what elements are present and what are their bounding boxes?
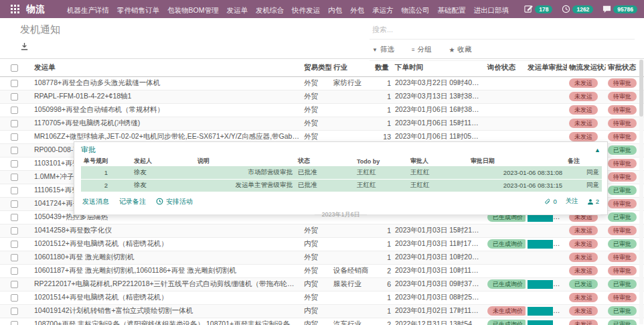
search-box bbox=[370, 18, 635, 40]
status-badge: 已审批 bbox=[608, 306, 637, 316]
row-checkbox[interactable] bbox=[11, 133, 18, 141]
quantity: 1 bbox=[373, 224, 393, 237]
table-row[interactable]: 1170705+再登电脑绣花机(冲绣缝)外贸12023年01月06日 15时11… bbox=[0, 117, 644, 130]
filters-button[interactable]: ▼筛选 bbox=[372, 45, 394, 54]
nav-menu-item[interactable]: 发机综合 bbox=[252, 6, 288, 14]
row-checkbox[interactable] bbox=[11, 294, 18, 302]
row-checkbox[interactable] bbox=[11, 187, 18, 194]
table-row[interactable]: 108778+再登全自动多头激光裁缝一体机外贸家纺行业12023年03月22日 … bbox=[0, 76, 644, 90]
nav-menu-item[interactable]: 包装物BOM管理 bbox=[163, 6, 222, 14]
col-quote-status[interactable]: 询价状态 bbox=[485, 59, 526, 76]
status-badge: 已生成询价 bbox=[487, 320, 526, 325]
send-message-button[interactable]: 发送消息 bbox=[82, 197, 109, 206]
nav-menu-item[interactable]: 快件发运 bbox=[288, 6, 324, 14]
col-approval-progress[interactable]: 发运单审批进度 bbox=[526, 59, 567, 76]
scrollbar-thumb[interactable] bbox=[639, 60, 643, 117]
select-all-cell bbox=[0, 59, 32, 76]
table-row[interactable]: 10201514+再登电脑绣花机（精密绣花机）外贸12023年01月03日 08… bbox=[0, 291, 644, 304]
nav-menu-item[interactable]: 外包 bbox=[346, 6, 368, 14]
quote-status bbox=[485, 291, 526, 304]
industry bbox=[331, 224, 373, 237]
group-by-button[interactable]: ≡分组 bbox=[412, 45, 432, 54]
apps-grid-icon[interactable] bbox=[11, 5, 19, 13]
collapse-caret-icon[interactable]: ▲ bbox=[594, 147, 600, 153]
table-row[interactable]: 1050998+再登全自动铺布机（常规材料）外贸12023年01月06日 16时… bbox=[0, 103, 644, 117]
search-input[interactable] bbox=[372, 25, 632, 34]
row-checkbox[interactable] bbox=[11, 321, 18, 325]
row-checkbox[interactable] bbox=[11, 147, 18, 154]
approval-status: 待审批 bbox=[606, 130, 644, 143]
filter-bar: ▼筛选 ≡分组 ★收藏 bbox=[370, 40, 635, 61]
col-order-time[interactable]: 下单时间 bbox=[393, 59, 485, 76]
schedule-activity-button[interactable]: 安排活动 bbox=[156, 197, 193, 206]
progress-bar bbox=[528, 240, 553, 249]
approval-progress bbox=[526, 224, 567, 237]
ship-status: 未发运 bbox=[567, 224, 606, 237]
row-checkbox[interactable] bbox=[11, 120, 18, 127]
col-ship-status[interactable]: 物流发运状态 bbox=[567, 59, 606, 76]
nav-menu-item[interactable]: 机器生产详情 bbox=[63, 6, 113, 14]
messages-counter[interactable]: 95786 bbox=[602, 5, 637, 13]
app-brand[interactable]: 物流 bbox=[26, 3, 46, 15]
approval-progress: 100% bbox=[526, 318, 567, 325]
ship-status: 未发运 bbox=[567, 76, 606, 90]
table-row[interactable]: 10601180+再登 激光雕刻切割机外贸12023年01月03日 10时20分… bbox=[0, 251, 644, 264]
nav-menu-item[interactable]: 承运方 bbox=[368, 6, 398, 14]
row-checkbox[interactable] bbox=[11, 200, 18, 208]
status-badge: 待审批 bbox=[608, 159, 637, 168]
col-quantity[interactable]: 数量 bbox=[373, 59, 393, 76]
table-row[interactable]: 10201512+再登电脑绣花机（精密绣花机）内贸12023年01月03日 11… bbox=[0, 237, 644, 251]
attachments-button[interactable]: 0 bbox=[544, 198, 556, 205]
nav-menu-item[interactable]: 内包 bbox=[324, 6, 346, 14]
col-shipment[interactable]: 发运单 bbox=[32, 59, 302, 76]
ship-status: 未发运 bbox=[567, 291, 606, 304]
row-checkbox[interactable] bbox=[11, 93, 18, 101]
table-row[interactable]: 10601187+再登 激光雕刻切割机,10601186+再登 激光雕刻切割机外… bbox=[0, 264, 644, 277]
ship-status: 未发运 bbox=[567, 90, 606, 103]
col-industry[interactable]: 行业 bbox=[331, 59, 373, 76]
col-approval-status[interactable]: 审批状态 bbox=[606, 59, 644, 76]
table-row[interactable]: 10414258+再登数字化仪外贸12023年01月03日 15时21分43..… bbox=[0, 224, 644, 237]
notes-counter[interactable]: 178 bbox=[524, 5, 552, 13]
row-checkbox[interactable] bbox=[11, 254, 18, 261]
follow-button[interactable]: 关注 bbox=[566, 197, 578, 206]
table-row[interactable]: RP2212017+电脑花样机,RP2212018+三针五线平台式自动剪线绷缝机… bbox=[0, 277, 644, 291]
ship-status: 已发运 bbox=[567, 277, 606, 291]
nav-menu-item[interactable]: 进出口部填 bbox=[469, 6, 513, 14]
export-button[interactable] bbox=[20, 42, 29, 51]
nav-menu-item[interactable]: 物流公司 bbox=[397, 6, 433, 14]
row-checkbox[interactable] bbox=[11, 160, 18, 168]
select-all-checkbox[interactable] bbox=[11, 64, 18, 72]
table-row[interactable]: 104019142计划机转销售+富怡立式喷绘切割一体机内贸12023年01月02… bbox=[0, 304, 644, 318]
row-checkbox[interactable] bbox=[11, 267, 18, 275]
industry bbox=[331, 117, 373, 130]
favorites-button[interactable]: ★收藏 bbox=[449, 45, 472, 54]
vertical-scrollbar[interactable] bbox=[639, 60, 643, 324]
row-checkbox[interactable] bbox=[11, 80, 18, 87]
approval-approver: 王红红 bbox=[408, 166, 468, 179]
followers-button[interactable]: 2 bbox=[587, 198, 599, 205]
col-trade-type[interactable]: 贸易类型 bbox=[302, 59, 331, 76]
row-checkbox[interactable] bbox=[11, 107, 18, 114]
table-row[interactable]: 108700+再登 非标定制设备（遮阳帘线体组装类设备）,108701+再登非标… bbox=[0, 318, 644, 325]
quantity: 1 bbox=[373, 76, 393, 90]
approval-status: 待审批 bbox=[606, 197, 644, 210]
row-checkbox[interactable] bbox=[11, 214, 18, 221]
checkbox-cell bbox=[0, 224, 32, 237]
table-row[interactable]: RPAPL-FFM-01B-4-22+¢18轴1外贸12023年03月13日 1… bbox=[0, 90, 644, 103]
row-checkbox[interactable] bbox=[11, 174, 18, 181]
row-checkbox[interactable] bbox=[11, 281, 18, 288]
nav-menu-item[interactable]: 发运单 bbox=[222, 6, 252, 14]
nav-menu-item[interactable]: 基础配置 bbox=[433, 6, 469, 14]
row-checkbox[interactable] bbox=[11, 308, 18, 315]
nav-menu-item[interactable]: 零件销售订单 bbox=[113, 6, 163, 14]
row-checkbox[interactable] bbox=[11, 227, 18, 235]
row-checkbox[interactable] bbox=[11, 241, 18, 248]
checkbox-cell bbox=[0, 210, 32, 224]
col-initiator: 发起人 bbox=[131, 156, 195, 166]
trade-type: 外贸 bbox=[302, 76, 331, 90]
approval-status: 已审批 bbox=[606, 143, 644, 157]
activities-counter[interactable]: 1262 bbox=[562, 5, 593, 13]
log-note-button[interactable]: 记录备注 bbox=[119, 197, 146, 206]
status-badge: 已审批 bbox=[608, 212, 637, 222]
